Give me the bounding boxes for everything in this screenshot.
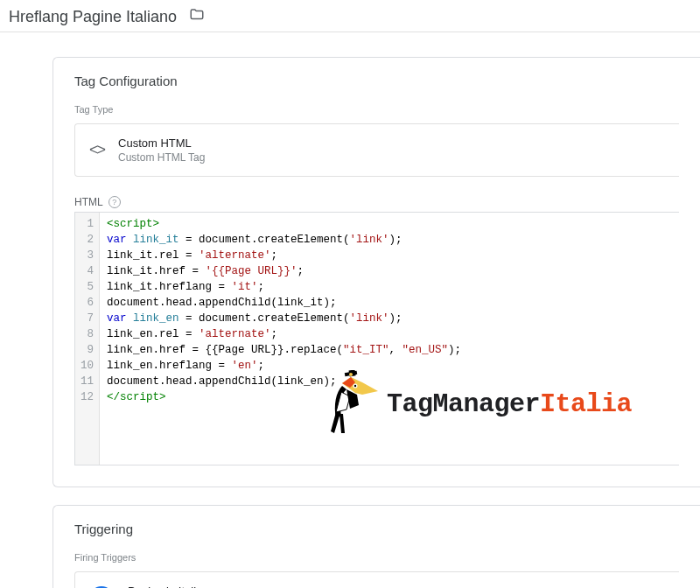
woodpecker-icon bbox=[320, 370, 382, 440]
help-icon[interactable]: ? bbox=[108, 196, 121, 208]
tag-type-name: Custom HTML bbox=[118, 136, 205, 150]
tag-type-selector[interactable]: <> Custom HTML Custom HTML Tag bbox=[74, 123, 679, 177]
triggering-card: Triggering Firing Triggers Pagine in Ita… bbox=[52, 505, 700, 588]
html-field-label: HTML bbox=[74, 196, 103, 208]
folder-icon[interactable] bbox=[189, 7, 205, 26]
tag-configuration-card: Tag Configuration Tag Type <> Custom HTM… bbox=[52, 57, 700, 487]
code-gutter: 123456789101112 bbox=[75, 213, 100, 465]
code-brackets-icon: <> bbox=[89, 141, 104, 159]
html-code-editor[interactable]: 123456789101112 <script>var link_it = do… bbox=[74, 212, 679, 466]
page-title: Hreflang Pagine Italiano bbox=[9, 8, 177, 26]
svg-point-4 bbox=[349, 373, 353, 376]
trigger-name: Pagine in Italiano bbox=[128, 584, 215, 588]
logo-text: TagManagerItalia bbox=[387, 386, 632, 424]
card-title: Tag Configuration bbox=[74, 74, 679, 88]
svg-point-1 bbox=[354, 385, 356, 387]
tag-type-sub: Custom HTML Tag bbox=[118, 151, 205, 164]
logo-overlay: TagManagerItalia bbox=[320, 370, 632, 440]
firing-triggers-label: Firing Triggers bbox=[74, 552, 679, 563]
tag-type-label: Tag Type bbox=[74, 104, 679, 115]
trigger-selector[interactable]: Pagine in Italiano Page View bbox=[74, 571, 679, 588]
card-title: Triggering bbox=[74, 522, 679, 536]
